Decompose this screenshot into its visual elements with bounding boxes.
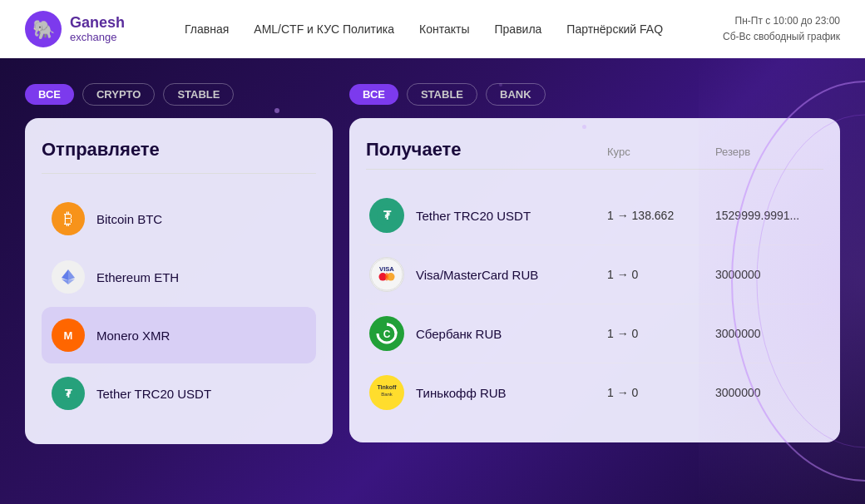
svg-text:₮: ₮ xyxy=(383,209,392,222)
bg-dot-2 xyxy=(499,83,502,86)
receive-filter-bank[interactable]: BANK xyxy=(486,83,546,106)
receive-panel-title: Получаете xyxy=(366,139,462,161)
receive-item-tinkoff[interactable]: Tinkoff Bank Тинькофф RUB 1 → 0 3000000 xyxy=(366,363,823,422)
col-header-rate: Курс xyxy=(607,146,715,158)
svg-text:С: С xyxy=(383,329,391,340)
svg-text:🐘: 🐘 xyxy=(32,18,56,41)
receive-filter-stable[interactable]: STABLE xyxy=(407,83,477,106)
nav-aml[interactable]: AML/CTF и КУС Политика xyxy=(254,22,394,36)
receive-tinkoff-reserve: 3000000 xyxy=(715,386,823,399)
usdt-send-name: Tether TRC20 USDT xyxy=(96,387,211,401)
currency-item-eth[interactable]: Ethereum ETH xyxy=(42,249,316,305)
send-filter-all[interactable]: ВСЕ xyxy=(25,84,74,105)
work-hours-weekday: Пн-Пт с 10:00 до 23:00 xyxy=(723,13,840,29)
work-hours: Пн-Пт с 10:00 до 23:00 Сб-Вс свободный г… xyxy=(723,13,840,45)
svg-text:Tinkoff: Tinkoff xyxy=(377,384,397,390)
work-hours-weekend: Сб-Вс свободный график xyxy=(723,29,840,45)
receive-item-usdt[interactable]: ₮ Tether TRC20 USDT 1 → 138.662 1529999.… xyxy=(366,186,823,245)
receive-visa-rate: 1 → 0 xyxy=(607,268,715,281)
receive-panel: Получаете Курс Резерв ₮ Tether TRC20 USD… xyxy=(349,118,840,442)
logo-area: 🐘 Ganesh exchange xyxy=(25,11,125,47)
send-section: ВСЕ CRYPTO STABLE Отправляете ₿ Bitcoin … xyxy=(25,83,333,444)
logo-icon: 🐘 xyxy=(25,11,62,47)
send-filter-crypto[interactable]: CRYPTO xyxy=(82,83,155,106)
main-nav: Главная AML/CTF и КУС Политика Контакты … xyxy=(185,22,663,36)
receive-visa-name: Visa/MasterCard RUB xyxy=(416,268,607,282)
logo-text: Ganesh exchange xyxy=(70,15,125,43)
currency-item-xmr[interactable]: M Monero XMR xyxy=(42,307,316,363)
receive-section: ВСЕ STABLE BANK Получаете Курс Резерв ₮ xyxy=(349,83,840,444)
usdt-send-icon: ₮ xyxy=(52,377,85,410)
receive-usdt-reserve: 1529999.9991... xyxy=(715,209,823,222)
receive-usdt-name: Tether TRC20 USDT xyxy=(416,209,607,223)
receive-sber-icon: С xyxy=(369,316,404,351)
receive-item-visa[interactable]: VISA Visa/MasterCard RUB 1 → 0 3000000 xyxy=(366,245,823,304)
logo-sub: exchange xyxy=(70,32,125,43)
receive-visa-reserve: 3000000 xyxy=(715,268,823,281)
send-panel: Отправляете ₿ Bitcoin BTC Ethereum ETH xyxy=(25,118,333,444)
receive-item-sber[interactable]: С Сбербанк RUB 1 → 0 3000000 xyxy=(366,304,823,363)
receive-usdt-rate: 1 → 138.662 xyxy=(607,209,715,222)
svg-marker-4 xyxy=(68,269,75,280)
receive-sber-rate: 1 → 0 xyxy=(607,327,715,340)
nav-home[interactable]: Главная xyxy=(185,22,229,36)
receive-tinkoff-name: Тинькофф RUB xyxy=(416,386,607,400)
receive-panel-header: Получаете Курс Резерв xyxy=(366,139,823,170)
receive-filter-all[interactable]: ВСЕ xyxy=(349,84,398,105)
xmr-name: Monero XMR xyxy=(96,329,170,343)
receive-tinkoff-icon: Tinkoff Bank xyxy=(369,375,404,410)
svg-text:M: M xyxy=(64,329,73,342)
col-header-reserve: Резерв xyxy=(715,146,823,158)
eth-name: Ethereum ETH xyxy=(96,270,179,284)
send-filter-stable[interactable]: STABLE xyxy=(163,83,234,106)
send-filter-row: ВСЕ CRYPTO STABLE xyxy=(25,83,333,106)
receive-col-headers: Курс Резерв xyxy=(607,146,823,158)
svg-text:₮: ₮ xyxy=(65,388,72,400)
svg-text:VISA: VISA xyxy=(379,265,394,273)
xmr-icon: M xyxy=(52,319,85,352)
receive-tinkoff-rate: 1 → 0 xyxy=(607,386,715,399)
btc-icon: ₿ xyxy=(52,202,85,235)
bg-dot-1 xyxy=(274,108,279,113)
currency-item-usdt-send[interactable]: ₮ Tether TRC20 USDT xyxy=(42,365,316,422)
nav-faq[interactable]: Партнёрский FAQ xyxy=(566,22,663,36)
svg-point-18 xyxy=(385,273,388,281)
svg-marker-5 xyxy=(62,269,68,280)
nav-rules[interactable]: Правила xyxy=(495,22,542,36)
send-panel-title: Отправляете xyxy=(42,139,316,174)
receive-sber-name: Сбербанк RUB xyxy=(416,327,607,341)
logo-name: Ganesh xyxy=(70,15,125,32)
receive-filter-row: ВСЕ STABLE BANK xyxy=(349,83,840,106)
svg-text:Bank: Bank xyxy=(381,392,393,397)
receive-visa-icon: VISA xyxy=(369,257,404,292)
bg-dot-3 xyxy=(582,125,586,129)
exchange-panels: ВСЕ CRYPTO STABLE Отправляете ₿ Bitcoin … xyxy=(25,83,840,444)
receive-usdt-icon: ₮ xyxy=(369,198,404,233)
currency-item-btc[interactable]: ₿ Bitcoin BTC xyxy=(42,190,316,247)
eth-icon xyxy=(52,260,85,294)
btc-name: Bitcoin BTC xyxy=(96,212,162,226)
receive-sber-reserve: 3000000 xyxy=(715,327,823,340)
nav-contacts[interactable]: Контакты xyxy=(419,22,469,36)
main-content: ВСЕ CRYPTO STABLE Отправляете ₿ Bitcoin … xyxy=(0,58,865,504)
header: 🐘 Ganesh exchange Главная AML/CTF и КУС … xyxy=(0,0,865,58)
